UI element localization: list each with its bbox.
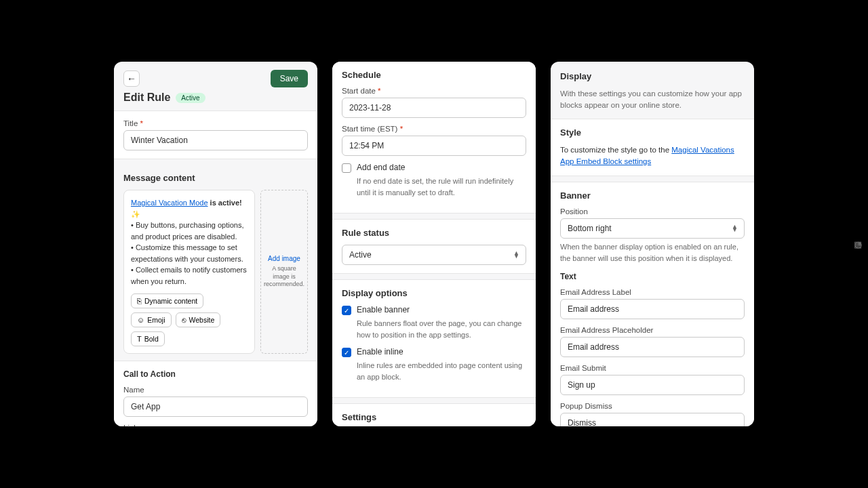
- display-description: With these settings you can customize ho…: [560, 88, 745, 112]
- cta-name-label: Name: [123, 386, 308, 394]
- add-image-dropzone[interactable]: Add image A square image is recommended.: [260, 190, 308, 354]
- emoji-icon: ☺: [137, 316, 144, 324]
- style-description: To customize the style go to the: [560, 146, 671, 154]
- position-select[interactable]: [560, 218, 745, 239]
- website-button[interactable]: ⎋Website: [176, 312, 221, 327]
- cta-name-input[interactable]: [123, 396, 308, 417]
- banner-heading: Banner: [560, 190, 745, 201]
- email-address-label-input[interactable]: [560, 299, 745, 319]
- page-title: Edit Rule: [123, 92, 170, 104]
- link-icon: ⎘: [137, 297, 142, 305]
- email-address-label-label: Email Address Label: [560, 288, 745, 296]
- enable-banner-label: Enable banner: [357, 305, 410, 314]
- add-end-date-label: Add end date: [357, 163, 405, 172]
- email-submit-input[interactable]: [560, 375, 745, 395]
- add-image-button[interactable]: Add image: [268, 255, 300, 262]
- style-heading: Style: [560, 127, 745, 138]
- display-options-heading: Display options: [342, 288, 526, 298]
- text-heading: Text: [560, 272, 745, 281]
- popup-dismiss-input[interactable]: [560, 413, 745, 426]
- arrow-left-icon: ←: [127, 73, 136, 84]
- status-badge: Active: [176, 93, 205, 103]
- emoji-button[interactable]: ☺Emoji: [131, 312, 172, 327]
- bold-icon: T: [137, 335, 142, 343]
- message-bullet-1: • Buy buttons, purchasing options, and p…: [131, 220, 248, 242]
- start-time-label: Start time (EST) *: [342, 125, 526, 133]
- enable-banner-checkbox[interactable]: ✓: [342, 306, 351, 315]
- settings-heading: Settings: [342, 412, 526, 422]
- email-address-placeholder-label: Email Address Placeholder: [560, 326, 745, 334]
- globe-icon: ⎋: [182, 316, 186, 324]
- message-bullet-3: • Collect emails to notify customers whe…: [131, 264, 248, 287]
- save-button[interactable]: Save: [271, 70, 308, 87]
- message-bullet-2: • Customize this message to set expectat…: [131, 242, 248, 264]
- email-submit-label: Email Submit: [560, 364, 745, 372]
- position-hint: When the banner display option is enable…: [560, 241, 745, 264]
- bold-button[interactable]: TBold: [131, 331, 165, 346]
- title-label: Title *: [123, 119, 308, 127]
- enable-banner-hint: Rule banners float over the page, you ca…: [357, 318, 526, 340]
- enable-inline-checkbox[interactable]: ✓: [342, 348, 351, 357]
- start-date-input[interactable]: [342, 98, 526, 118]
- message-content-heading: Message content: [123, 173, 308, 183]
- popup-dismiss-label: Popup Dismiss: [560, 402, 745, 410]
- message-editor[interactable]: Magical Vacation Mode is active! ✨ • Buy…: [123, 190, 255, 354]
- enable-inline-hint: Inline rules are embedded into page cont…: [357, 360, 526, 382]
- message-link: Magical Vacation Mode: [131, 199, 208, 207]
- display-heading: Display: [560, 71, 745, 81]
- email-address-placeholder-input[interactable]: [560, 337, 745, 357]
- add-image-hint: A square image is recommended.: [264, 265, 304, 289]
- position-label: Position: [560, 207, 745, 216]
- rule-status-select[interactable]: [342, 245, 526, 265]
- enable-inline-label: Enable inline: [357, 347, 403, 357]
- back-button[interactable]: ←: [123, 70, 140, 87]
- add-end-date-hint: If no end date is set, the rule will run…: [357, 176, 526, 198]
- add-end-date-checkbox[interactable]: [342, 163, 351, 173]
- dynamic-content-button[interactable]: ⎘Dynamic content: [131, 293, 203, 308]
- schedule-heading: Schedule: [342, 70, 526, 80]
- cta-heading: Call to Action: [123, 369, 308, 379]
- start-time-input[interactable]: [342, 136, 526, 156]
- cta-link-label: Link: [123, 424, 308, 426]
- start-date-label: Start date *: [342, 87, 526, 95]
- rule-status-heading: Rule status: [342, 228, 526, 238]
- title-input[interactable]: [123, 130, 308, 150]
